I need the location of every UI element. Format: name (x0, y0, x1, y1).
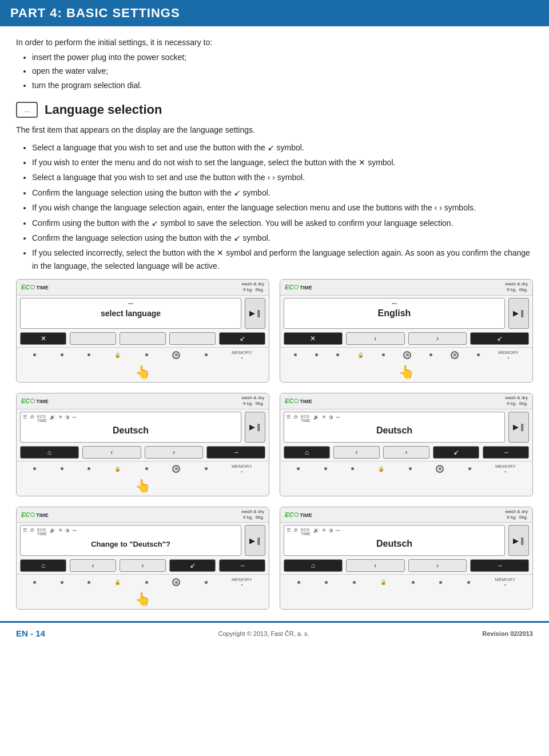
panel1-play-btn[interactable]: ▶ ‖ (245, 298, 265, 329)
icon-menu: ☰ (23, 415, 27, 423)
dot5 (205, 467, 208, 470)
panel2-btn-left[interactable]: ‹ (346, 332, 405, 345)
dot4 (382, 353, 385, 356)
panel2-btn-x[interactable]: ✕ (284, 332, 343, 345)
icon-wave: 〜 (336, 415, 340, 423)
knob-icon[interactable] (172, 465, 180, 473)
section-title: Language selection (45, 102, 162, 117)
panel4-screen-row: ☰ ⏱ ECOTIME 🔊 ☀ ◑ 〜 Deutsch ▶ ‖ (280, 409, 532, 445)
dot3 (353, 581, 356, 584)
icon-sun: ☀ (58, 415, 62, 423)
panel5-screen-text: Change to "Deutsch"? (89, 540, 173, 548)
panel6-btn-home[interactable]: ⌂ (284, 559, 343, 572)
revision-value: 02/2013 (510, 630, 533, 637)
dots-screen-icon: ••• (128, 301, 133, 306)
eco-circle (30, 512, 35, 517)
panel6-btn-row: ⌂ ‹ › → (280, 558, 532, 574)
panel5-btn-left[interactable]: ‹ (70, 559, 116, 572)
panel6-btn-right[interactable]: › (408, 559, 467, 572)
panel1-btn-space3 (169, 332, 216, 345)
dot5 (468, 467, 471, 470)
panel3-btn-arrow[interactable]: → (206, 446, 265, 459)
panel5-btn-home[interactable]: ⌂ (20, 559, 66, 572)
memory-label: MEMORY• (232, 350, 252, 360)
panel3-btn-right[interactable]: › (145, 446, 204, 459)
eco-circle (294, 512, 299, 517)
panel2-btn-row: ✕ ‹ › ↙ (280, 331, 532, 347)
panel3-btn-home[interactable]: ⌂ (20, 446, 79, 459)
knob-icon[interactable] (172, 578, 180, 586)
intro-block: In order to perform the initial settings… (16, 37, 533, 91)
panel4-btn-check[interactable]: ↙ (433, 446, 479, 459)
hand-icon: 👆 (135, 592, 150, 607)
knob-icon[interactable] (436, 465, 444, 473)
lock-icon: 🔒 (378, 466, 384, 472)
panel3-screen: ☰ ⏱ ECOTIME 🔊 ☀ ◑ 〜 Deutsch (20, 412, 241, 443)
icon-contrast: ◑ (329, 528, 333, 536)
icon-volume: 🔊 (50, 528, 55, 536)
panel3-top-bar: EC TIME wash & dry 9 kg. 6kg. (17, 393, 269, 409)
panel6-btn-left[interactable]: ‹ (346, 559, 405, 572)
dot2 (61, 353, 63, 356)
panel5-btn-row: ⌂ ‹ › ↙ → (17, 558, 269, 574)
panel1-btn-space2 (120, 332, 166, 345)
dot4 (412, 581, 415, 584)
panel2-play-btn[interactable]: ▶ ‖ (508, 298, 529, 329)
intro-lead: In order to perform the initial settings… (16, 37, 533, 49)
panel1-btn-check[interactable]: ↙ (219, 332, 265, 345)
panel4-btn-left[interactable]: ‹ (333, 446, 380, 459)
icon-menu: ☰ (287, 528, 291, 536)
panel4-btn-arrow[interactable]: → (483, 446, 529, 459)
panel4-play-btn[interactable]: ▶ ‖ (508, 412, 529, 443)
dot4 (145, 581, 148, 584)
panel3-dots-row: 🔒 MEMORY• (17, 461, 269, 478)
memory-label: MEMORY• (498, 350, 519, 360)
header-bar: PART 4: BASIC SETTINGS (0, 0, 549, 26)
panel4-dots-row: 🔒 MEMORY• (280, 461, 532, 478)
icon-clock: ⏱ (30, 415, 34, 423)
washer-panel-4: EC TIME wash & dry 9 kg. 6kg. ☰ ⏱ ECOTIM… (280, 393, 533, 496)
panel6-btn-arrow[interactable]: → (470, 559, 529, 572)
knob-icon[interactable] (403, 351, 411, 359)
panel6-play-btn[interactable]: ▶ ‖ (508, 525, 529, 556)
knob-icon[interactable] (172, 351, 180, 359)
dot2 (325, 581, 328, 584)
eco-circle (30, 399, 35, 403)
panel2-btn-check[interactable]: ↙ (470, 332, 529, 345)
panel5-btn-right[interactable]: › (120, 559, 166, 572)
panel4-btn-right[interactable]: › (383, 446, 429, 459)
panel3-screen-row: ☰ ⏱ ECOTIME 🔊 ☀ ◑ 〜 Deutsch ▶ ‖ (17, 409, 269, 445)
dot5 (205, 353, 208, 356)
panel1-btn-x[interactable]: ✕ (20, 332, 66, 345)
panel4-screen-text: Deutsch (376, 425, 412, 436)
panel2-btn-right[interactable]: › (408, 332, 467, 345)
footer-revision: Revision 02/2013 (482, 630, 533, 637)
panel3-btn-left[interactable]: ‹ (82, 446, 141, 459)
panel1-dots-row: 🔒 MEMORY• (17, 347, 269, 364)
play-icon: ▶ ‖ (513, 309, 525, 317)
dot2 (61, 581, 63, 584)
panel5-screen-row: ☰ ⏱ ECOTIME 🔊 ☀ ◑ 〜 Change to "Deutsch"?… (17, 523, 269, 558)
icon-menu: ☰ (23, 528, 27, 536)
panel5-play-btn[interactable]: ▶ ‖ (245, 525, 265, 556)
panel5-btn-arrow[interactable]: → (219, 559, 265, 572)
hand-icon: 👆 (135, 479, 150, 494)
lock-icon: 🔒 (114, 466, 121, 472)
eco-circle (294, 399, 299, 403)
bullet-6: Confirm the language selection using the… (32, 232, 533, 244)
panel5-btn-check[interactable]: ↙ (169, 559, 216, 572)
knob-icon2[interactable] (451, 351, 459, 359)
panel1-screen-text: select language (101, 309, 161, 318)
dot6 (477, 353, 480, 356)
panel3-play-btn[interactable]: ▶ ‖ (245, 412, 265, 443)
icon-sun: ☀ (322, 415, 326, 423)
panel5-screen: ☰ ⏱ ECOTIME 🔊 ☀ ◑ 〜 Change to "Deutsch"? (20, 525, 241, 556)
icon-wave: 〜 (72, 528, 77, 536)
panel4-btn-home[interactable]: ⌂ (284, 446, 330, 459)
dot3 (87, 467, 90, 470)
washer-panel-6: EC TIME wash & dry 9 kg. 6kg. ☰ ⏱ ECOTIM… (280, 507, 533, 610)
footer-copyright: Copyright © 2013, Fast ČR, a. s. (218, 630, 309, 637)
dot1 (33, 467, 36, 470)
eco-text: EC (21, 511, 30, 518)
washer-panel-2: EC TIME wash & dry 9 kg. 6kg. ••• Englis… (280, 279, 533, 383)
